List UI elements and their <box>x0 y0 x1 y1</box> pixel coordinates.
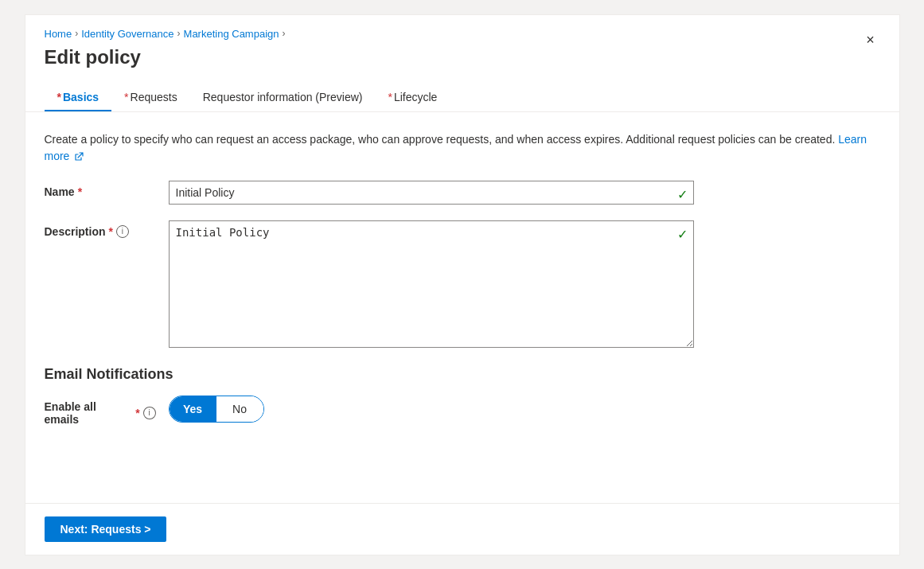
description-label: Description * i <box>45 220 156 238</box>
toggle-yes-option[interactable]: Yes <box>170 396 216 422</box>
panel-body: Create a policy to specify who can reque… <box>25 112 899 503</box>
panel-header: Home › Identity Governance › Marketing C… <box>25 15 899 112</box>
description-textarea[interactable]: Initial Policy <box>169 220 694 348</box>
description-check-icon: ✓ <box>677 227 688 242</box>
description-required-star: * <box>109 225 113 238</box>
close-button[interactable]: × <box>858 28 883 53</box>
email-notifications-section: Email Notifications Enable all emails * … <box>45 366 880 426</box>
name-row: Name * ✓ <box>45 181 880 205</box>
toggle-wrapper: Yes No <box>169 396 264 423</box>
description-info-icon[interactable]: i <box>116 225 129 238</box>
page-title: Edit policy <box>45 46 880 68</box>
basics-required-star: * <box>57 91 61 103</box>
enable-emails-label: Enable all emails * i <box>45 396 156 426</box>
enable-emails-info-icon[interactable]: i <box>143 407 156 419</box>
description-row: Description * i Initial Policy ✓ <box>45 220 880 350</box>
name-check-icon: ✓ <box>677 187 688 202</box>
breadcrumb-home[interactable]: Home <box>45 28 72 40</box>
description-field-wrapper: Initial Policy ✓ <box>169 220 694 350</box>
name-label: Name * <box>45 181 156 198</box>
tab-requests[interactable]: *Requests <box>111 84 190 111</box>
yes-no-toggle[interactable]: Yes No <box>169 396 264 423</box>
requests-required-star: * <box>124 91 128 103</box>
lifecycle-required-star: * <box>388 91 392 103</box>
external-link-icon <box>74 152 84 162</box>
tab-lifecycle[interactable]: *Lifecycle <box>375 84 450 111</box>
panel-footer: Next: Requests > <box>25 503 899 555</box>
breadcrumb-identity-governance[interactable]: Identity Governance <box>81 28 173 40</box>
name-field-wrapper: ✓ <box>169 181 694 205</box>
name-required-star: * <box>78 185 82 198</box>
breadcrumb-marketing-campaign[interactable]: Marketing Campaign <box>184 28 279 40</box>
next-requests-button[interactable]: Next: Requests > <box>45 516 167 542</box>
tabs-bar: *Basics *Requests Requestor information … <box>45 84 880 111</box>
breadcrumb: Home › Identity Governance › Marketing C… <box>45 28 880 40</box>
enable-emails-required-star: * <box>135 407 139 419</box>
name-input[interactable] <box>169 181 694 205</box>
form-description: Create a policy to specify who can reque… <box>45 131 880 165</box>
tab-basics[interactable]: *Basics <box>45 84 112 111</box>
breadcrumb-separator-2: › <box>177 28 181 39</box>
tab-requestor-info[interactable]: Requestor information (Preview) <box>190 84 376 111</box>
enable-emails-row: Enable all emails * i Yes No <box>45 396 880 426</box>
breadcrumb-separator-3: › <box>283 28 286 39</box>
breadcrumb-separator-1: › <box>75 28 78 39</box>
email-notifications-title: Email Notifications <box>45 366 880 383</box>
toggle-no-option[interactable]: No <box>216 396 263 422</box>
edit-policy-panel: Home › Identity Governance › Marketing C… <box>25 14 900 555</box>
